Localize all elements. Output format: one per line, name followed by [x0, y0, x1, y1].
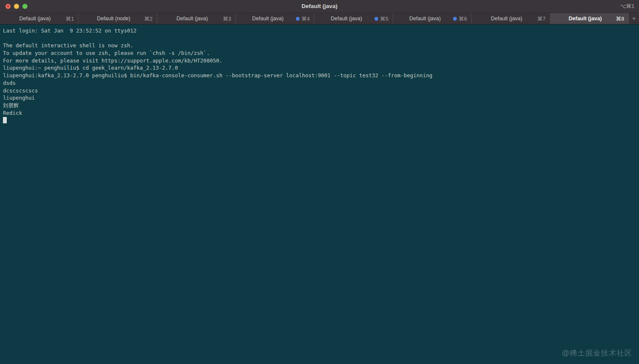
terminal-window: Default (java) ⌥⌘1 Default (java)⌘1Defau…	[0, 0, 639, 364]
terminal-cursor	[3, 117, 7, 123]
tab-4[interactable]: Default (java)⌘4	[236, 13, 314, 24]
tab-shortcut: ⌘3	[223, 16, 231, 22]
terminal-line: dcscscscscs	[3, 87, 639, 95]
window-shortcut-hint: ⌥⌘1	[620, 0, 634, 13]
tab-3[interactable]: Default (java)⌘3	[157, 13, 236, 24]
tab-shortcut: ⌘4	[302, 16, 310, 22]
tab-7[interactable]: Default (java)⌘7	[472, 13, 550, 24]
tab-2[interactable]: Default (node)⌘2	[79, 13, 157, 24]
tab-shortcut: ⌘2	[145, 16, 153, 22]
tab-shortcut: ⌘7	[538, 16, 546, 22]
terminal-output-area[interactable]: Last login: Sat Jan 9 23:52:52 on ttys01…	[0, 24, 639, 364]
tab-1[interactable]: Default (java)⌘1	[0, 13, 79, 24]
tab-label: Default (java)	[476, 16, 538, 22]
tab-right-group: ⌘8	[616, 16, 624, 22]
tab-label: Default (java)	[319, 16, 374, 22]
titlebar[interactable]: Default (java) ⌥⌘1	[0, 0, 639, 13]
terminal-line: The default interactive shell is now zsh…	[3, 42, 639, 49]
tab-right-group: ⌘3	[223, 16, 231, 22]
tab-shortcut: ⌘8	[616, 16, 624, 22]
window-title: Default (java)	[0, 0, 639, 13]
terminal-line: liupenghui:kafka_2.13-2.7.0 penghuiliu$ …	[3, 72, 639, 79]
tab-label: Default (node)	[83, 16, 145, 22]
tab-right-group: ⌘1	[66, 16, 74, 22]
tab-label: Default (java)	[240, 16, 296, 22]
tab-right-group: ⌘4	[296, 16, 310, 22]
tab-label: Default (java)	[4, 16, 66, 22]
tab-label: Default (java)	[554, 16, 616, 22]
terminal-line: For more details, please visit https://s…	[3, 57, 639, 65]
new-tab-button[interactable]: +	[629, 13, 639, 24]
terminal-line: To update your account to use zsh, pleas…	[3, 49, 639, 57]
tab-shortcut: ⌘5	[380, 16, 388, 22]
tab-right-group: ⌘7	[538, 16, 546, 22]
activity-dot-icon	[374, 17, 378, 21]
tab-shortcut: ⌘1	[66, 16, 74, 22]
tab-right-group: ⌘2	[145, 16, 153, 22]
tab-6[interactable]: Default (java)⌘6	[393, 13, 472, 24]
tab-shortcut: ⌘6	[459, 16, 467, 22]
terminal-line: Redick	[3, 109, 639, 117]
activity-dot-icon	[296, 17, 300, 21]
terminal-line: 刘朋辉	[3, 102, 639, 109]
watermark: @稀土掘金技术社区	[562, 348, 632, 358]
tab-5[interactable]: Default (java)⌘5	[314, 13, 393, 24]
tab-label: Default (java)	[161, 16, 223, 22]
tab-right-group: ⌘6	[453, 16, 467, 22]
tab-list: Default (java)⌘1Default (node)⌘2Default …	[0, 13, 629, 24]
terminal-cursor-line	[3, 117, 639, 124]
tab-8[interactable]: Default (java)⌘8	[550, 13, 629, 24]
terminal-line: dsds	[3, 79, 639, 87]
tab-right-group: ⌘5	[374, 16, 388, 22]
terminal-lines: Last login: Sat Jan 9 23:52:52 on ttys01…	[3, 27, 639, 117]
terminal-line: liupenghui:~ penghuiliu$ cd geek_learn/k…	[3, 64, 639, 72]
terminal-line: Last login: Sat Jan 9 23:52:52 on ttys01…	[3, 27, 639, 35]
tab-label: Default (java)	[397, 16, 453, 22]
terminal-line: liupenghui	[3, 94, 639, 102]
terminal-line	[3, 35, 639, 42]
activity-dot-icon	[453, 17, 457, 21]
tab-bar: Default (java)⌘1Default (node)⌘2Default …	[0, 13, 639, 24]
